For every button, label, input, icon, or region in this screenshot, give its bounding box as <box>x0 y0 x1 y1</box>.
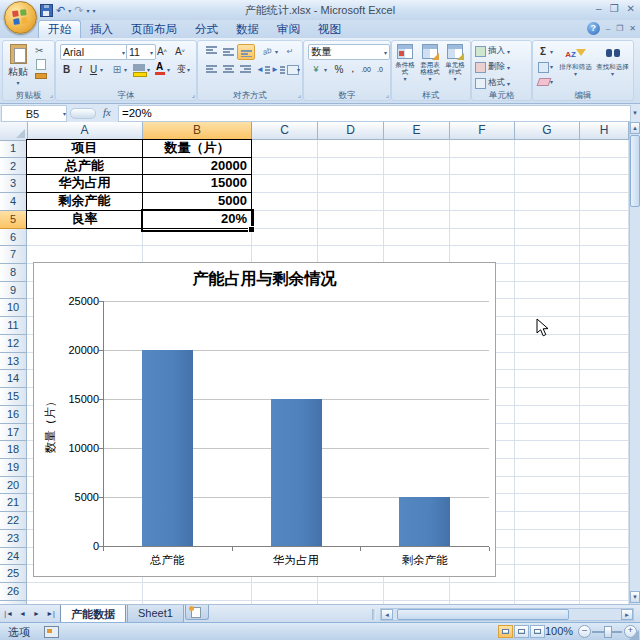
ribbon-tab-插入[interactable]: 插入 <box>81 20 122 38</box>
row-header-8[interactable]: 8 <box>0 264 27 282</box>
font-dialog-launcher-icon[interactable]: ⌟ <box>192 91 195 99</box>
minimize-button[interactable]: – <box>596 3 602 14</box>
row-header-11[interactable]: 11 <box>0 317 27 335</box>
number-dialog-launcher-icon[interactable]: ⌟ <box>386 91 389 99</box>
row-header-17[interactable]: 17 <box>0 424 27 442</box>
expand-formula-bar-icon[interactable]: ▼ <box>632 110 638 116</box>
row-header-14[interactable]: 14 <box>0 370 27 388</box>
number-format-select[interactable]: 数量▾ <box>308 44 390 60</box>
underline-dropdown-icon[interactable]: ▾ <box>100 66 103 73</box>
align-bottom-icon[interactable] <box>237 44 255 60</box>
italic-button[interactable]: I <box>74 62 87 76</box>
column-header-A[interactable]: A <box>27 122 143 140</box>
cell-A1[interactable]: 项目 <box>27 140 143 158</box>
row-header-9[interactable]: 9 <box>0 282 27 300</box>
delete-cells-button[interactable]: 删除▾ <box>475 60 510 74</box>
row-header-15[interactable]: 15 <box>0 388 27 406</box>
fill-icon[interactable] <box>538 62 549 73</box>
horizontal-scrollbar[interactable]: ◄ ► <box>380 608 634 621</box>
font-size-select[interactable]: 11▾ <box>126 44 156 60</box>
cell-A2[interactable]: 总产能 <box>27 158 143 176</box>
format-painter-icon[interactable] <box>35 73 47 79</box>
row-header-24[interactable]: 24 <box>0 548 27 566</box>
scroll-right-icon[interactable]: ► <box>621 609 633 620</box>
ribbon-tab-分式[interactable]: 分式 <box>186 20 227 38</box>
font-name-select[interactable]: Arial▾ <box>60 44 128 60</box>
row-header-4[interactable]: 4 <box>0 193 27 211</box>
name-box-dropdown-icon[interactable]: ▾ <box>63 110 66 117</box>
column-header-D[interactable]: D <box>318 122 384 140</box>
office-button[interactable] <box>4 1 37 34</box>
column-header-H[interactable]: H <box>580 122 629 140</box>
formula-input[interactable]: =20% <box>118 105 631 122</box>
row-header-26[interactable]: 26 <box>0 583 27 601</box>
accounting-format-icon[interactable]: ¥ <box>308 62 324 76</box>
alignment-dialog-launcher-icon[interactable]: ⌟ <box>298 91 301 99</box>
row-header-23[interactable]: 23 <box>0 530 27 548</box>
align-right-icon[interactable] <box>237 62 253 76</box>
format-as-table-button[interactable]: 套用表格格式 ▾ <box>418 44 442 82</box>
comma-style-button[interactable]: ， <box>347 62 358 76</box>
cell-B3[interactable]: 15000 <box>143 175 252 193</box>
clipboard-dialog-launcher-icon[interactable]: ⌟ <box>50 91 53 99</box>
align-center-icon[interactable] <box>220 62 236 76</box>
row-header-2[interactable]: 2 <box>0 158 27 176</box>
row-header-13[interactable]: 13 <box>0 353 27 371</box>
row-header-22[interactable]: 22 <box>0 512 27 530</box>
scroll-left-icon[interactable]: ◄ <box>381 609 393 620</box>
help-icon[interactable]: ? <box>587 22 600 35</box>
normal-view-icon[interactable] <box>498 625 513 638</box>
chart-bar-总产能[interactable] <box>142 350 193 546</box>
row-header-1[interactable]: 1 <box>0 140 27 158</box>
row-header-5[interactable]: 5 <box>0 211 27 229</box>
insert-function-icon[interactable]: fx <box>98 105 116 120</box>
column-header-F[interactable]: F <box>450 122 515 140</box>
column-header-E[interactable]: E <box>384 122 450 140</box>
cell-B2[interactable]: 20000 <box>143 158 252 176</box>
scroll-up-icon[interactable]: ▲ <box>630 122 640 134</box>
row-header-25[interactable]: 25 <box>0 565 27 583</box>
fill-color-dropdown-icon[interactable]: ▾ <box>147 66 150 73</box>
increase-decimal-icon[interactable]: .00 <box>359 62 373 76</box>
ribbon-tab-页面布局[interactable]: 页面布局 <box>122 20 186 38</box>
zoom-level[interactable]: 100% <box>545 625 573 637</box>
vertical-scroll-thumb[interactable] <box>630 135 640 207</box>
embedded-chart[interactable]: 产能占用与剩余情况 数量（片） 050001000015000200002500… <box>33 262 496 577</box>
ribbon-tab-审阅[interactable]: 审阅 <box>268 20 309 38</box>
fill-handle[interactable] <box>248 226 255 233</box>
font-color-dropdown-icon[interactable]: ▾ <box>167 66 170 73</box>
ribbon-tab-视图[interactable]: 视图 <box>309 20 350 38</box>
resize-grip[interactable] <box>629 630 639 640</box>
close-button[interactable]: ✕ <box>627 3 635 14</box>
row-header-7[interactable]: 7 <box>0 246 27 264</box>
zoom-out-icon[interactable]: – <box>578 625 591 638</box>
formula-bar-splitter[interactable] <box>70 108 96 119</box>
copy-icon[interactable] <box>36 59 46 70</box>
decrease-decimal-icon[interactable]: .0 <box>374 62 386 76</box>
column-header-C[interactable]: C <box>252 122 318 140</box>
doc-restore-button[interactable]: ❐ <box>616 24 623 33</box>
next-sheet-icon[interactable]: ► <box>30 607 43 620</box>
fill-dropdown-icon[interactable]: ▾ <box>550 63 553 70</box>
scroll-down-icon[interactable]: ▼ <box>630 591 640 603</box>
doc-close-button[interactable]: ✕ <box>629 24 636 33</box>
insert-worksheet-tab[interactable] <box>185 605 209 620</box>
autosum-dropdown-icon[interactable]: ▾ <box>550 48 553 55</box>
phonetic-dropdown-icon[interactable]: ▾ <box>187 66 190 73</box>
column-header-G[interactable]: G <box>515 122 580 140</box>
tab-splitter[interactable] <box>372 609 376 620</box>
decrease-indent-icon[interactable]: ◄ <box>256 62 270 76</box>
cell-A5[interactable]: 良率 <box>27 211 143 229</box>
cut-icon[interactable]: ✂ <box>35 45 43 56</box>
row-header-19[interactable]: 19 <box>0 459 27 477</box>
paste-dropdown-icon[interactable]: ▾ <box>6 79 30 86</box>
wrap-text-icon[interactable]: ↵ <box>282 44 298 58</box>
bold-button[interactable]: B <box>60 62 73 76</box>
first-sheet-icon[interactable]: |◄ <box>2 607 15 620</box>
clear-dropdown-icon[interactable]: ▾ <box>550 78 553 85</box>
merge-dropdown-icon[interactable]: ▾ <box>297 66 300 73</box>
conditional-formatting-button[interactable]: 条件格式 ▾ <box>393 44 417 82</box>
vertical-scrollbar[interactable]: ▲ ▼ <box>629 122 640 604</box>
percent-style-button[interactable]: % <box>332 62 346 76</box>
restore-button[interactable]: ❐ <box>610 3 619 14</box>
